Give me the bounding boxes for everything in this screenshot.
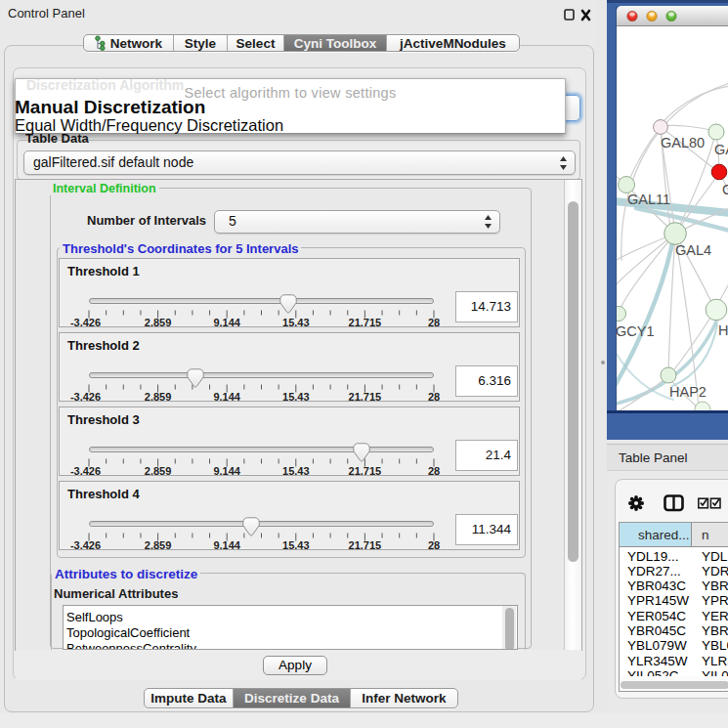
svg-text:H: H <box>718 322 728 338</box>
svg-text:GCY1: GCY1 <box>617 323 655 339</box>
svg-text:C: C <box>722 182 728 197</box>
svg-text:HAP2: HAP2 <box>669 384 707 400</box>
svg-text:GAL4: GAL4 <box>675 242 711 258</box>
svg-text:GA: GA <box>714 142 728 157</box>
svg-text:GAL80: GAL80 <box>661 135 705 150</box>
svg-text:GAL11: GAL11 <box>627 192 670 207</box>
